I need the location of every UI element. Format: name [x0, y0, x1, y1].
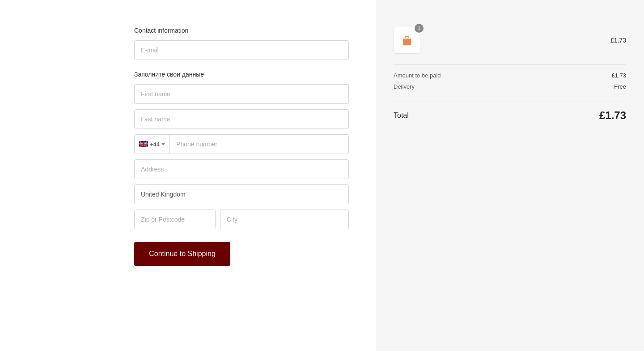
- order-item: 1 £1.73: [394, 27, 626, 54]
- total-value: £1.73: [599, 109, 626, 122]
- first-name-group: [134, 84, 349, 104]
- phone-country-selector[interactable]: +44: [135, 135, 170, 154]
- svg-rect-11: [408, 39, 410, 39]
- last-name-group: [134, 109, 349, 129]
- country-group: [134, 184, 349, 204]
- order-divider: [394, 64, 626, 65]
- product-badge: 1: [415, 24, 424, 33]
- fill-data-heading: Заполните свои данные: [134, 71, 349, 78]
- continue-to-shipping-button[interactable]: Continue to Shipping: [134, 242, 230, 266]
- amount-value: £1.73: [611, 72, 626, 79]
- address-input[interactable]: [134, 159, 349, 179]
- phone-group: +44: [134, 134, 349, 154]
- svg-rect-9: [403, 39, 411, 45]
- amount-label: Amount to be paid: [394, 72, 441, 79]
- contact-section-title: Contact information: [134, 27, 349, 34]
- phone-input[interactable]: [170, 135, 348, 154]
- city-input[interactable]: [220, 210, 349, 229]
- amount-row: Amount to be paid £1.73: [394, 72, 626, 79]
- item-price: £1.73: [610, 37, 626, 44]
- delivery-row: Delivery Free: [394, 83, 626, 90]
- form-container: Contact information Заполните свои данны…: [134, 27, 349, 324]
- total-row: Total £1.73: [394, 102, 626, 122]
- svg-rect-8: [143, 141, 144, 147]
- zip-input[interactable]: [134, 210, 216, 229]
- email-group: [134, 40, 349, 60]
- zip-city-group: [134, 210, 349, 229]
- delivery-label: Delivery: [394, 83, 415, 90]
- right-panel: 1 £1.73 Amount to be paid £1.73 Delivery…: [376, 0, 644, 351]
- product-thumbnail: 1: [394, 27, 420, 54]
- total-label: Total: [394, 111, 409, 120]
- country-input[interactable]: [134, 184, 349, 204]
- email-input[interactable]: [134, 40, 349, 60]
- delivery-value: Free: [614, 83, 626, 90]
- uk-flag-icon: [139, 141, 148, 147]
- chevron-down-icon: [161, 143, 165, 146]
- phone-wrapper: +44: [134, 134, 349, 154]
- address-group: [134, 159, 349, 179]
- bag-icon: [400, 34, 414, 47]
- first-name-input[interactable]: [134, 84, 349, 104]
- svg-rect-10: [404, 39, 406, 39]
- last-name-input[interactable]: [134, 109, 349, 129]
- left-panel: Contact information Заполните свои данны…: [0, 0, 376, 351]
- phone-country-code: +44: [150, 141, 160, 148]
